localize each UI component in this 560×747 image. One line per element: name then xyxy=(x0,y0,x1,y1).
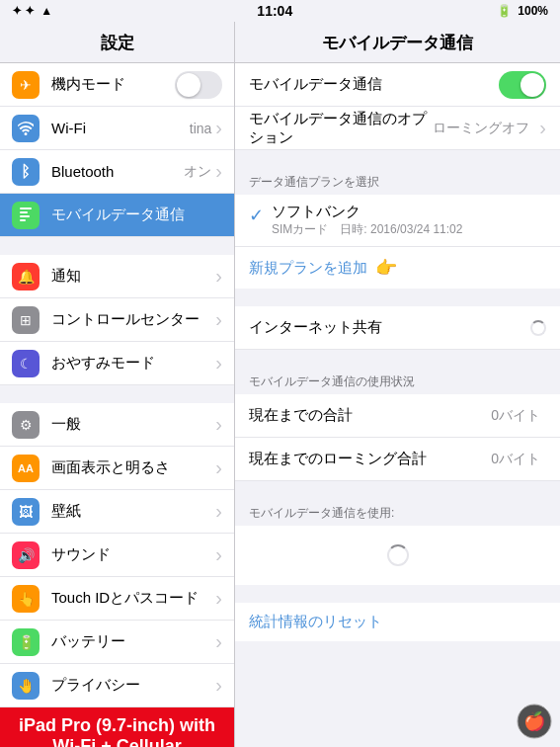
status-time: 11:04 xyxy=(257,3,292,19)
general-chevron xyxy=(211,413,222,436)
roaming-usage-row: 現在までのローミング合計 0バイト xyxy=(235,438,560,481)
status-left: ✦ ✦ ▲ xyxy=(12,4,52,18)
sound-icon: 🔊 xyxy=(12,541,40,569)
svg-rect-1 xyxy=(20,211,28,213)
sidebar-item-wifi[interactable]: Wi-Fi tina xyxy=(0,107,234,150)
softbank-plan-row[interactable]: ✓ ソフトバンク SIMカード 日時: 2016/03/24 11:02 xyxy=(235,195,560,247)
mobile-data-options-value: ローミングオフ xyxy=(433,120,529,137)
plan-detail: SIMカード 日時: 2016/03/24 11:02 xyxy=(272,221,546,238)
bluetooth-chevron xyxy=(211,160,222,183)
add-plan-row[interactable]: 新規プランを追加 👉 xyxy=(235,247,560,289)
sidebar-item-label-bluetooth: Bluetooth xyxy=(51,163,180,180)
sidebar-item-wallpaper[interactable]: 🖼 壁紙 xyxy=(0,490,234,534)
sound-chevron xyxy=(211,543,222,566)
sidebar-item-label-wifi: Wi-Fi xyxy=(51,120,186,136)
wallpaper-chevron xyxy=(211,500,222,523)
internet-sharing-row[interactable]: インターネット共有 xyxy=(235,306,560,350)
notify-icon: 🔔 xyxy=(12,263,40,290)
plan-check-icon: ✓ xyxy=(249,203,264,226)
sidebar-item-value-bluetooth: オン xyxy=(184,163,211,181)
sidebar-item-battery[interactable]: 🔋 バッテリー xyxy=(0,621,234,664)
touchid-chevron xyxy=(211,587,222,610)
wallpaper-icon: 🖼 xyxy=(12,498,40,526)
content-gap-5 xyxy=(235,585,560,603)
content-panel: モバイルデータ通信 モバイルデータ通信 モバイルデータ通信のオプション ローミン… xyxy=(235,22,560,747)
sidebar-item-touchid[interactable]: 👆 Touch IDとパスコード xyxy=(0,577,234,621)
sidebar-item-label-airplane: 機内モード xyxy=(51,75,175,94)
sidebar-section-1: ✈ 機内モード Wi-Fi tina ᛒ Bluetooth オン xyxy=(0,63,234,237)
sidebar-item-notify[interactable]: 🔔 通知 xyxy=(0,255,234,298)
privacy-icon: 🤚 xyxy=(12,672,40,700)
sidebar-item-display[interactable]: AA 画面表示と明るさ xyxy=(0,447,234,490)
sidebar-item-sound[interactable]: 🔊 サウンド xyxy=(0,534,234,577)
sidebar-item-label-sound: サウンド xyxy=(51,545,211,564)
usage-section-header: モバイルデータ通信の使用状況 xyxy=(235,368,560,394)
touchid-icon: 👆 xyxy=(12,585,40,613)
sidebar-item-privacy[interactable]: 🤚 プライバシー xyxy=(0,664,234,707)
sidebar-item-label-notify: 通知 xyxy=(51,267,211,286)
sidebar-item-control[interactable]: ⊞ コントロールセンター xyxy=(0,298,234,342)
sidebar-gap-2 xyxy=(0,385,234,403)
reset-row[interactable]: 統計情報のリセット xyxy=(235,603,560,641)
internet-sharing-label: インターネット共有 xyxy=(249,318,530,337)
general-icon: ⚙ xyxy=(12,411,40,439)
control-icon: ⊞ xyxy=(12,306,40,334)
content-gap-1 xyxy=(235,150,560,168)
sidebar-item-mobile[interactable]: モバイルデータ通信 xyxy=(0,194,234,237)
total-usage-label: 現在までの合計 xyxy=(249,406,491,425)
sidebar-item-value-wifi: tina xyxy=(190,121,212,136)
airplane-toggle[interactable] xyxy=(175,71,222,99)
add-plan-label: 新規プランを追加 xyxy=(249,259,367,278)
mobile-data-row[interactable]: モバイルデータ通信 xyxy=(235,63,560,107)
sidebar-item-bluetooth[interactable]: ᛒ Bluetooth オン xyxy=(0,150,234,194)
sidebar-item-general[interactable]: ⚙ 一般 xyxy=(0,403,234,447)
apps-loading-spinner xyxy=(387,544,409,566)
usage-header-text: モバイルデータ通信の使用状況 xyxy=(249,374,415,388)
wifi-chevron xyxy=(211,117,222,139)
airplane-icon: ✈ xyxy=(12,71,40,99)
wifi-status-icon: ▲ xyxy=(40,4,52,18)
sidebar-section-3: ⚙ 一般 AA 画面表示と明るさ 🖼 壁紙 🔊 サウンド 👆 To xyxy=(0,403,234,707)
sidebar-item-label-display: 画面表示と明るさ xyxy=(51,458,211,477)
bluetooth-icon: ᛒ xyxy=(12,158,40,186)
privacy-chevron xyxy=(211,674,222,697)
signal-icon: ✦ ✦ xyxy=(12,4,35,18)
main-layout: 設定 ✈ 機内モード Wi-Fi tina xyxy=(0,22,560,747)
svg-text:🍎: 🍎 xyxy=(523,710,546,732)
reset-section: 統計情報のリセット xyxy=(235,603,560,641)
sidebar-gap-1 xyxy=(0,237,234,255)
usage-section: 現在までの合計 0バイト 現在までのローミング合計 0バイト xyxy=(235,394,560,481)
device-banner: iPad Pro (9.7-inch) with Wi-Fi + Cellula… xyxy=(0,707,234,747)
roaming-usage-value: 0バイト xyxy=(491,451,540,468)
status-right: 🔋 100% xyxy=(497,4,548,18)
sidebar-item-label-control: コントロールセンター xyxy=(51,310,211,329)
sidebar-item-label-general: 一般 xyxy=(51,415,211,434)
battery-icon-sidebar: 🔋 xyxy=(12,628,40,656)
total-usage-value: 0バイト xyxy=(491,407,540,425)
mobile-data-toggle[interactable] xyxy=(499,71,546,99)
sidebar-item-label-privacy: プライバシー xyxy=(51,676,211,695)
internet-sharing-section: インターネット共有 xyxy=(235,306,560,350)
data-plan-section: ✓ ソフトバンク SIMカード 日時: 2016/03/24 11:02 新規プ… xyxy=(235,195,560,289)
svg-rect-3 xyxy=(20,219,26,221)
svg-rect-2 xyxy=(20,215,30,217)
sidebar-item-moon[interactable]: ☾ おやすみモード xyxy=(0,342,234,385)
content-gap-2 xyxy=(235,289,560,306)
data-plan-section-header: データ通信プランを選択 xyxy=(235,168,560,195)
mobile-data-section: モバイルデータ通信 モバイルデータ通信のオプション ローミングオフ xyxy=(235,63,560,150)
sidebar-section-2: 🔔 通知 ⊞ コントロールセンター ☾ おやすみモード xyxy=(0,255,234,385)
battery-icon: 🔋 xyxy=(497,4,512,18)
apps-usage-header-text: モバイルデータ通信を使用: xyxy=(249,506,394,520)
mobile-data-label: モバイルデータ通信 xyxy=(249,75,499,94)
display-icon: AA xyxy=(12,455,40,482)
total-usage-row: 現在までの合計 0バイト xyxy=(235,394,560,438)
mobile-data-options-row[interactable]: モバイルデータ通信のオプション ローミングオフ xyxy=(235,107,560,150)
moon-icon: ☾ xyxy=(12,350,40,377)
sidebar-item-airplane[interactable]: ✈ 機内モード xyxy=(0,63,234,107)
roaming-usage-label: 現在までのローミング合計 xyxy=(249,450,491,468)
battery-percent: 100% xyxy=(518,4,548,18)
sidebar-item-label-wallpaper: 壁紙 xyxy=(51,502,211,521)
content-gap-3 xyxy=(235,350,560,368)
sidebar-item-label-touchid: Touch IDとパスコード xyxy=(51,589,211,608)
notify-chevron xyxy=(211,265,222,288)
